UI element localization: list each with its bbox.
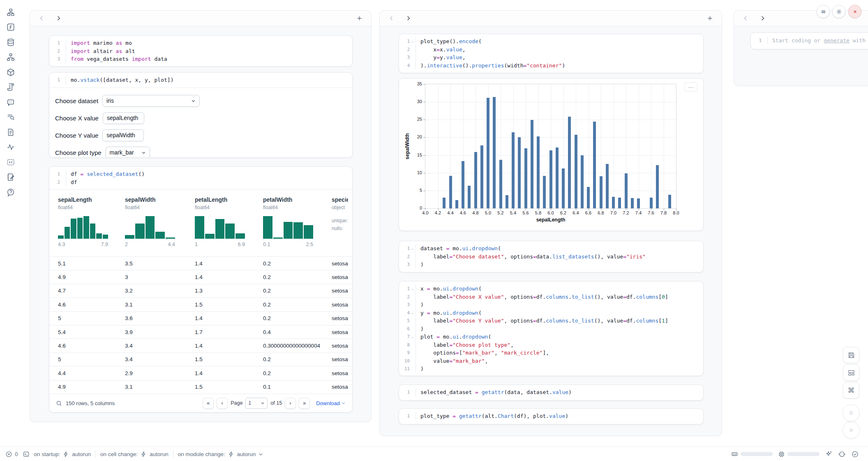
add-cell-icon[interactable] xyxy=(706,15,713,22)
y-select[interactable]: sepalWidth xyxy=(102,129,144,141)
table-row[interactable]: 5.13.51.40.2setosa xyxy=(49,256,352,270)
chart-plot[interactable]: sepalWidth sepalLength 4.04.24.44.64.85.… xyxy=(425,84,676,209)
chart-options-button[interactable]: ⋯ xyxy=(684,82,697,92)
code-editor[interactable]: 1⌄plot_type().encode(2 x=x.value,3 y=y.v… xyxy=(399,34,703,73)
code-line[interactable]: 2 x=x.value, xyxy=(399,46,703,54)
table-row[interactable]: 5.43.91.70.4setosa xyxy=(49,325,352,339)
column-next-icon[interactable] xyxy=(759,15,766,22)
table-row[interactable]: 4.93.11.50.1setosa xyxy=(49,380,352,394)
code-line[interactable]: 3) xyxy=(399,260,703,269)
code-editor[interactable]: 1selected_dataset = getattr(data, datase… xyxy=(399,385,703,400)
fold-chevron-icon[interactable]: ⌄ xyxy=(410,285,416,293)
next-page-button[interactable]: › xyxy=(285,398,296,409)
code-editor[interactable]: 1df = selected_dataset()2df xyxy=(49,167,352,190)
code-editor[interactable]: 1mo.vstack([dataset, x, y, plot]) xyxy=(49,73,352,88)
code-line[interactable]: 7⌄plot = mo.ui.dropdown( xyxy=(399,333,703,341)
code-line[interactable]: 3 y=y.value, xyxy=(399,53,703,62)
table-row[interactable]: 4.63.41.40.30000000000000004setosa xyxy=(49,339,352,352)
terminal-button[interactable] xyxy=(23,451,30,458)
code-line[interactable]: 2 label="Choose dataset", options=data.l… xyxy=(399,253,703,261)
datasources-icon[interactable] xyxy=(6,38,15,47)
scratchpad-icon[interactable] xyxy=(6,173,15,182)
settings-button[interactable] xyxy=(832,5,845,18)
first-page-button[interactable]: « xyxy=(203,398,214,409)
snippets-icon[interactable] xyxy=(6,158,15,167)
column-prev-icon[interactable] xyxy=(742,15,749,22)
code-line[interactable]: 1⌄dataset = mo.ui.dropdown( xyxy=(399,244,703,253)
fold-chevron-icon[interactable]: ⌄ xyxy=(410,37,416,46)
code-line[interactable]: 2import altair as alt xyxy=(49,47,352,55)
table-row[interactable]: 4.42.91.40.2setosa xyxy=(49,366,352,380)
code-line[interactable]: 4).interactive().properties(width="conta… xyxy=(399,62,703,70)
documentation-icon[interactable] xyxy=(6,128,15,137)
dependency-graph-icon[interactable] xyxy=(6,53,15,62)
functions-icon[interactable] xyxy=(6,23,15,32)
on-module-change-toggle[interactable]: on module change: autorun xyxy=(178,451,264,458)
table-row[interactable]: 53.61.40.2setosa xyxy=(49,311,352,325)
menu-button[interactable] xyxy=(817,5,830,18)
x-select[interactable]: sepalLength xyxy=(103,112,144,124)
code-line[interactable]: 1mo.vstack([dataset, x, y, plot]) xyxy=(49,76,352,84)
assistant-icon[interactable] xyxy=(838,450,846,458)
code-line[interactable]: 6) xyxy=(399,325,703,333)
column-next-icon[interactable] xyxy=(405,15,412,22)
run-button[interactable] xyxy=(843,422,860,439)
layout-button[interactable] xyxy=(843,364,859,381)
code-line[interactable]: 2df xyxy=(49,178,352,187)
dataset-select[interactable]: iris xyxy=(102,95,200,107)
code-line[interactable]: 11) xyxy=(399,365,703,373)
code-line[interactable]: 1selected_dataset = getattr(data, datase… xyxy=(399,388,703,396)
code-line[interactable]: 3from vega_datasets import data xyxy=(49,55,352,63)
code-editor[interactable]: 1⌄x = mo.ui.dropdown(2 label="Choose X v… xyxy=(399,281,703,376)
tracing-icon[interactable] xyxy=(6,143,15,152)
logs-icon[interactable] xyxy=(6,83,15,92)
code-line[interactable]: 3) xyxy=(399,301,703,309)
code-editor[interactable]: 1⌄dataset = mo.ui.dropdown(2 label="Choo… xyxy=(399,241,703,272)
search-icon[interactable] xyxy=(56,400,62,406)
code-line[interactable]: 4⌄y = mo.ui.dropdown( xyxy=(399,309,703,317)
column-prev-icon[interactable] xyxy=(38,15,45,22)
table-row[interactable]: 4.63.11.50.2setosa xyxy=(49,297,352,311)
chat-icon[interactable] xyxy=(6,98,15,107)
code-editor[interactable]: 1plot_type = getattr(alt.Chart(df), plot… xyxy=(399,409,703,424)
code-line[interactable]: 1⌄x = mo.ui.dropdown( xyxy=(399,285,703,293)
fold-chevron-icon[interactable]: ⌄ xyxy=(410,309,416,317)
code-line[interactable]: 1⌄plot_type().encode( xyxy=(399,37,703,46)
connection-status-icon[interactable] xyxy=(851,450,859,458)
plot-type-select[interactable]: mark_bar xyxy=(106,147,150,158)
keyboard-shortcuts-button[interactable]: ⌘ xyxy=(843,382,859,399)
table-row[interactable]: 4.931.40.2setosa xyxy=(49,270,352,284)
code-line[interactable]: 5 label="Choose Y value", options=df.col… xyxy=(399,317,703,325)
code-editor-placeholder[interactable]: 1Start coding or generate with xyxy=(751,33,868,48)
prev-page-button[interactable]: ‹ xyxy=(217,398,228,409)
add-cell-icon[interactable] xyxy=(356,15,363,22)
errors-indicator[interactable]: 0 xyxy=(5,451,18,458)
download-button[interactable]: Download xyxy=(316,400,346,406)
code-line[interactable]: 9 options=["mark_bar", "mark_circle"], xyxy=(399,349,703,357)
on-cell-change-toggle[interactable]: on cell change: autorun xyxy=(100,451,169,458)
fold-chevron-icon[interactable]: ⌄ xyxy=(410,333,416,341)
help-icon[interactable] xyxy=(6,188,15,197)
table-row[interactable]: 4.73.21.30.2setosa xyxy=(49,284,352,297)
code-line[interactable]: 1Start coding or generate with xyxy=(751,37,868,45)
column-prev-icon[interactable] xyxy=(388,15,395,22)
code-line[interactable]: 2 label="Choose X value", options=df.col… xyxy=(399,293,703,301)
last-page-button[interactable]: » xyxy=(299,398,310,409)
save-button[interactable] xyxy=(843,347,859,363)
code-editor[interactable]: 1import marimo as mo2import altair as al… xyxy=(49,36,352,67)
code-line[interactable]: 1df = selected_dataset() xyxy=(49,170,352,178)
table-row[interactable]: 53.41.50.2setosa xyxy=(49,353,352,366)
file-tree-icon[interactable] xyxy=(6,8,15,17)
code-line[interactable]: 8 label="Choose plot type", xyxy=(399,341,703,349)
packages-icon[interactable] xyxy=(6,68,15,77)
fold-chevron-icon[interactable]: ⌄ xyxy=(410,244,416,253)
stop-button[interactable] xyxy=(843,404,860,422)
ai-sparkles-icon[interactable] xyxy=(825,450,833,458)
code-line[interactable]: 10 value="mark_bar", xyxy=(399,357,703,365)
outline-search-icon[interactable] xyxy=(6,113,15,122)
code-line[interactable]: 1plot_type = getattr(alt.Chart(df), plot… xyxy=(399,412,703,420)
column-next-icon[interactable] xyxy=(55,15,62,22)
on-startup-toggle[interactable]: on startup: autorun xyxy=(34,451,91,458)
page-select[interactable]: 1 xyxy=(245,398,268,409)
shutdown-button[interactable] xyxy=(848,5,861,18)
